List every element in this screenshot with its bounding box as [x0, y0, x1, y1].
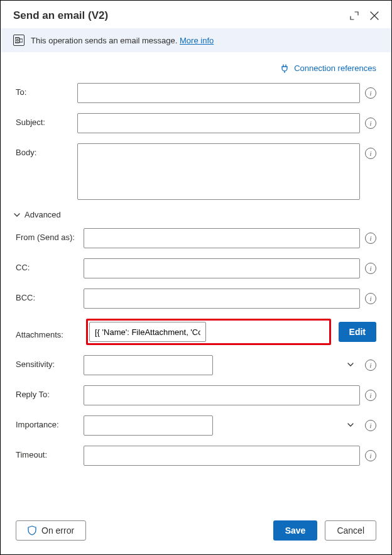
form-body: To: i Subject: i Body: i Advanced From (… [1, 78, 391, 509]
input-cc[interactable] [84, 258, 360, 278]
info-icon[interactable]: i [365, 450, 376, 461]
info-icon[interactable]: i [365, 360, 376, 371]
plug-icon [280, 64, 289, 73]
advanced-section-toggle[interactable]: Advanced [13, 210, 376, 219]
info-icon[interactable]: i [365, 420, 376, 431]
on-error-button[interactable]: On error [16, 520, 86, 541]
label-sensitivity: Sensitivity: [16, 355, 79, 369]
expand-icon[interactable] [350, 11, 359, 20]
row-importance: Importance: i [16, 415, 376, 436]
label-from: From (Send as): [16, 228, 79, 242]
dialog-footer: On error Save Cancel [1, 509, 391, 554]
info-icon[interactable]: i [365, 390, 376, 401]
input-from[interactable] [84, 228, 360, 248]
select-importance[interactable] [84, 415, 213, 436]
close-icon[interactable] [370, 11, 379, 20]
row-to: To: i [16, 83, 376, 103]
send-email-dialog: Send an email (V2) This operation sends … [0, 0, 392, 555]
row-timeout: Timeout: i [16, 446, 376, 466]
connection-references-label: Connection references [294, 63, 376, 73]
label-attachments: Attachments: [16, 324, 79, 339]
advanced-label: Advanced [24, 210, 61, 219]
chevron-down-icon [13, 211, 21, 219]
more-info-link[interactable]: More info [180, 36, 214, 45]
input-reply-to[interactable] [84, 385, 360, 405]
save-button[interactable]: Save [273, 520, 318, 541]
row-attachments: Attachments: Edit [16, 319, 376, 345]
label-reply-to: Reply To: [16, 385, 79, 399]
cancel-button[interactable]: Cancel [325, 520, 376, 541]
row-sensitivity: Sensitivity: i [16, 355, 376, 375]
advanced-section: From (Send as): i CC: i BCC: i Attachmen… [16, 228, 376, 466]
info-banner-text: This operation sends an email message. M… [31, 36, 214, 45]
input-timeout[interactable] [84, 446, 360, 466]
info-banner: This operation sends an email message. M… [1, 28, 391, 52]
row-from: From (Send as): i [16, 228, 376, 248]
connection-references-link[interactable]: Connection references [280, 63, 376, 73]
attachments-highlight [86, 319, 331, 345]
label-bcc: BCC: [16, 288, 79, 302]
on-error-label: On error [41, 525, 74, 536]
label-subject: Subject: [16, 113, 72, 127]
dialog-header: Send an email (V2) [1, 1, 391, 28]
label-cc: CC: [16, 258, 79, 272]
input-attachments[interactable] [89, 322, 206, 342]
shield-icon [28, 525, 36, 536]
header-actions [350, 11, 379, 20]
row-subject: Subject: i [16, 113, 376, 133]
row-cc: CC: i [16, 258, 376, 278]
outlook-icon [13, 35, 24, 46]
info-icon[interactable]: i [365, 87, 376, 99]
label-importance: Importance: [16, 415, 79, 429]
select-sensitivity[interactable] [84, 355, 213, 375]
label-to: To: [16, 83, 72, 97]
info-icon[interactable]: i [365, 233, 376, 244]
dialog-title: Send an email (V2) [13, 9, 108, 22]
info-icon[interactable]: i [365, 148, 376, 159]
info-icon[interactable]: i [365, 118, 376, 129]
svg-rect-0 [15, 38, 19, 43]
row-body: Body: i [16, 143, 376, 200]
input-body[interactable] [77, 143, 360, 200]
label-timeout: Timeout: [16, 446, 79, 459]
input-subject[interactable] [77, 113, 360, 133]
input-to[interactable] [77, 83, 360, 103]
svg-point-1 [16, 40, 18, 41]
info-icon[interactable]: i [365, 263, 376, 274]
input-bcc[interactable] [84, 288, 360, 309]
label-body: Body: [16, 143, 72, 157]
row-reply-to: Reply To: i [16, 385, 376, 405]
chevron-down-icon [346, 360, 355, 369]
info-icon[interactable]: i [365, 293, 376, 304]
row-bcc: BCC: i [16, 288, 376, 309]
footer-actions: Save Cancel [273, 520, 376, 541]
connection-row: Connection references [1, 52, 391, 78]
edit-button[interactable]: Edit [339, 322, 376, 342]
chevron-down-icon [346, 420, 355, 429]
